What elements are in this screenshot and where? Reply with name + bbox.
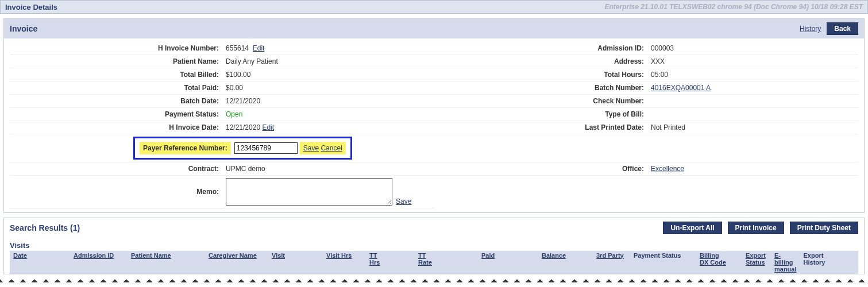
page-title: Invoice Details	[5, 3, 57, 11]
col-ebilling[interactable]: E- billing manual	[774, 252, 797, 273]
value-check-number	[647, 95, 858, 108]
payer-ref-input[interactable]	[234, 142, 298, 154]
value-memo: Save	[222, 176, 435, 208]
payer-ref-actions: Save Cancel	[300, 142, 346, 154]
batch-number-link[interactable]: 4016EXQA00001 A	[651, 84, 711, 92]
col-3rd-party[interactable]: 3rd Party	[596, 252, 624, 259]
env-info: Enterprise 21.10.01 TELXSWEB02 chrome 94…	[604, 3, 863, 11]
row-invoice-number: H Invoice Number: 655614 Edit Admission …	[10, 42, 858, 55]
value-invoice-number: 655614 Edit	[222, 42, 435, 55]
value-contract: UPMC demo	[222, 162, 435, 176]
unexport-all-button[interactable]: Un-Export All	[663, 222, 722, 234]
invoice-panel: Invoice History Back H Invoice Number: 6…	[3, 18, 865, 213]
label-admission-id: Admission ID:	[435, 42, 647, 55]
value-batch-date: 12/21/2020	[222, 95, 435, 108]
empty	[435, 134, 647, 162]
value-type-of-bill	[647, 108, 858, 121]
value-total-paid: $0.00	[222, 82, 435, 95]
visits-label: Visits	[10, 241, 858, 250]
memo-textarea[interactable]	[226, 178, 392, 205]
back-button[interactable]: Back	[827, 22, 858, 35]
panel-actions: History Back	[800, 22, 858, 35]
history-link[interactable]: History	[800, 25, 821, 33]
value-patient-name: Daily Any Patient	[222, 55, 435, 68]
row-batch-date: Batch Date: 12/21/2020 Check Number:	[10, 95, 858, 108]
col-caregiver-name[interactable]: Caregiver Name	[209, 252, 257, 259]
invoice-details-body: H Invoice Number: 655614 Edit Admission …	[4, 38, 864, 212]
edit-invoice-number-link[interactable]: Edit	[253, 44, 265, 52]
value-admission-id: 000003	[647, 42, 858, 55]
empty	[647, 134, 858, 162]
value-batch-number: 4016EXQA00001 A	[647, 82, 858, 95]
col-billing-dx[interactable]: Billing DX Code	[700, 252, 726, 266]
col-admission-id[interactable]: Admission ID	[74, 252, 114, 259]
value-total-billed: $100.00	[222, 68, 435, 82]
row-memo: Memo: Save	[10, 176, 858, 209]
row-invoice-date: H Invoice Date: 12/21/2020 Edit Last Pri…	[10, 121, 858, 134]
col-date[interactable]: Date	[13, 252, 27, 259]
label-office: Office:	[435, 162, 647, 176]
label-check-number: Check Number:	[435, 95, 647, 108]
label-payer-ref: Payer Reference Number:	[140, 142, 231, 154]
label-total-billed: Total Billed:	[10, 68, 222, 82]
print-duty-sheet-button[interactable]: Print Duty Sheet	[790, 222, 858, 234]
label-invoice-number: H Invoice Number:	[10, 42, 222, 55]
invoice-date-text: 12/21/2020	[226, 123, 260, 131]
memo-save-link[interactable]: Save	[396, 197, 411, 205]
row-total-paid: Total Paid: $0.00 Batch Number: 4016EXQA…	[10, 82, 858, 95]
label-total-paid: Total Paid:	[10, 82, 222, 95]
label-batch-date: Batch Date:	[10, 95, 222, 108]
payer-ref-save-link[interactable]: Save	[303, 144, 319, 152]
col-export-history: Export History	[804, 252, 825, 266]
col-paid[interactable]: Paid	[481, 252, 495, 259]
invoice-details-table: H Invoice Number: 655614 Edit Admission …	[10, 42, 858, 209]
payer-ref-cancel-link[interactable]: Cancel	[321, 144, 342, 152]
print-invoice-button[interactable]: Print Invoice	[728, 222, 784, 234]
col-tt-rate[interactable]: TT Rate	[418, 252, 432, 266]
edit-invoice-date-link[interactable]: Edit	[262, 123, 274, 131]
col-visit[interactable]: Visit	[272, 252, 285, 259]
results-header: Search Results (1) Un-Export All Print I…	[10, 222, 858, 234]
col-payment-status: Payment Status	[634, 252, 681, 259]
label-address: Address:	[435, 55, 647, 68]
value-invoice-date: 12/21/2020 Edit	[222, 121, 435, 134]
col-patient-name[interactable]: Patient Name	[131, 252, 171, 259]
row-total-billed: Total Billed: $100.00 Total Hours: 05:00	[10, 68, 858, 82]
label-patient-name: Patient Name:	[10, 55, 222, 68]
invoice-panel-header: Invoice History Back	[4, 19, 864, 38]
title-bar: Invoice Details Enterprise 21.10.01 TELX…	[0, 0, 868, 14]
invoice-number-text: 655614	[226, 44, 249, 52]
row-contract: Contract: UPMC demo Office: Excellence	[10, 162, 858, 176]
col-visit-hrs[interactable]: Visit Hrs	[326, 252, 352, 259]
label-payment-status: Payment Status:	[10, 108, 222, 121]
invoice-panel-title: Invoice	[10, 24, 37, 33]
label-contract: Contract:	[10, 162, 222, 176]
col-export-status[interactable]: Export Status	[746, 252, 766, 266]
row-payment-status: Payment Status: Open Type of Bill:	[10, 108, 858, 121]
torn-edge-decoration	[0, 274, 868, 282]
label-last-printed: Last Printed Date:	[435, 121, 647, 134]
value-last-printed: Not Printed	[647, 121, 858, 134]
label-batch-number: Batch Number:	[435, 82, 647, 95]
value-payment-status: Open	[222, 108, 435, 121]
col-balance[interactable]: Balance	[542, 252, 566, 259]
label-total-hours: Total Hours:	[435, 68, 647, 82]
results-title: Search Results (1)	[10, 223, 80, 232]
results-panel: Search Results (1) Un-Export All Print I…	[3, 218, 865, 274]
value-total-hours: 05:00	[647, 68, 858, 82]
col-tt-hrs[interactable]: TT Hrs	[369, 252, 380, 266]
label-memo: Memo:	[10, 176, 222, 209]
value-address: XXX	[647, 55, 858, 68]
payer-ref-highlight: Payer Reference Number: Save Cancel	[133, 137, 352, 160]
row-payer-reference: Payer Reference Number: Save Cancel	[10, 134, 858, 162]
row-patient-name: Patient Name: Daily Any Patient Address:…	[10, 55, 858, 68]
results-actions: Un-Export All Print Invoice Print Duty S…	[663, 222, 858, 234]
label-invoice-date: H Invoice Date:	[10, 121, 222, 134]
office-link[interactable]: Excellence	[651, 165, 684, 173]
value-office: Excellence	[647, 162, 858, 176]
label-type-of-bill: Type of Bill:	[435, 108, 647, 121]
visits-grid-header: Date Admission ID Patient Name Caregiver…	[10, 251, 858, 274]
